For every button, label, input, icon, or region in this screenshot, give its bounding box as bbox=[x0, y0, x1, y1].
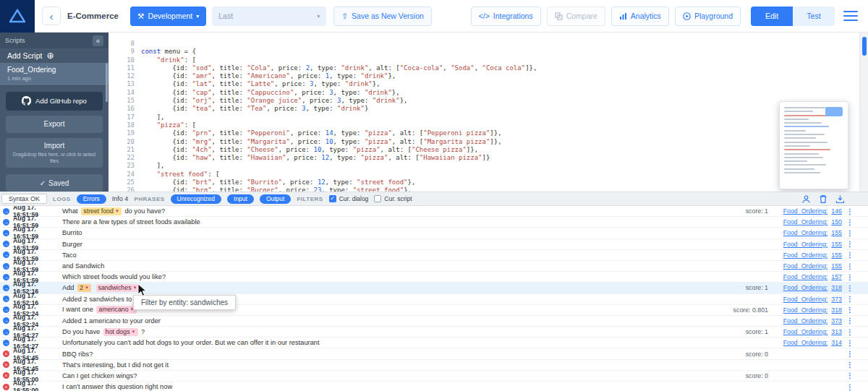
row-menu-icon[interactable]: ⋮ bbox=[842, 306, 858, 314]
script-line-link[interactable]: 150 bbox=[831, 218, 842, 225]
collapse-sidebar-button[interactable]: « bbox=[93, 35, 103, 46]
log-row[interactable]: →Aug 17. 16:51:59and SandwichFood_Orderi… bbox=[0, 261, 868, 272]
log-row[interactable]: ×Aug 17. 16:55:00Can I get chicken wings… bbox=[0, 371, 868, 382]
entity-chip[interactable]: hot dogs▼ bbox=[103, 328, 138, 336]
log-row[interactable]: →Aug 17. 16:52:16Add 2▼ sandwiches▼score… bbox=[0, 283, 868, 293]
cur-dialog-checkbox[interactable]: ✓ Cur. dialog bbox=[329, 195, 369, 202]
script-line-link[interactable]: 155 bbox=[831, 252, 842, 259]
cur-script-checkbox[interactable]: Cur. script bbox=[374, 195, 412, 202]
filter-funnel-icon[interactable]: ▼ bbox=[133, 285, 137, 290]
back-button[interactable]: ‹ bbox=[42, 7, 61, 25]
compare-button[interactable]: Compare bbox=[547, 7, 605, 26]
script-line-link[interactable]: 314 bbox=[831, 339, 842, 346]
integrations-button[interactable]: </> Integrations bbox=[471, 7, 541, 26]
log-row[interactable]: →Aug 17. 16:51:59BurgerFood_Ordering:155… bbox=[0, 239, 868, 250]
row-menu-icon[interactable]: ⋮ bbox=[842, 273, 858, 281]
entity-chip[interactable]: street food▼ bbox=[81, 207, 122, 215]
script-link[interactable]: Food_Ordering: bbox=[783, 306, 828, 314]
script-link[interactable]: Food_Ordering: bbox=[783, 317, 828, 325]
script-line-link[interactable]: 313 bbox=[831, 328, 842, 335]
script-link[interactable]: Food_Ordering: bbox=[783, 252, 828, 259]
clear-logs-trash-icon[interactable] bbox=[819, 194, 827, 204]
log-row[interactable]: →Aug 17. 16:51:59There are a few types o… bbox=[0, 217, 868, 228]
row-menu-icon[interactable]: ⋮ bbox=[842, 284, 858, 292]
info-filter[interactable]: Info 4 bbox=[112, 195, 129, 202]
row-menu-icon[interactable]: ⋮ bbox=[842, 262, 858, 270]
log-row[interactable]: ×Aug 17. 16:54:45BBQ ribs?score: 0⋮ bbox=[0, 348, 868, 359]
row-menu-icon[interactable]: ⋮ bbox=[842, 295, 858, 303]
playground-button[interactable]: Playground bbox=[675, 7, 741, 26]
log-row[interactable]: →Aug 17. 16:51:59Which street foods woul… bbox=[0, 272, 868, 283]
row-menu-icon[interactable]: ⋮ bbox=[842, 207, 858, 215]
filter-funnel-icon[interactable]: ▼ bbox=[115, 209, 119, 213]
script-line-link[interactable]: 157 bbox=[831, 273, 842, 280]
row-menu-icon[interactable]: ⋮ bbox=[842, 339, 858, 347]
script-line-link[interactable]: 155 bbox=[831, 241, 842, 248]
script-link[interactable]: Food_Ordering: bbox=[783, 229, 828, 236]
saved-button[interactable]: ✓ Saved bbox=[6, 174, 103, 192]
script-line-link[interactable]: 373 bbox=[831, 317, 842, 325]
row-menu-icon[interactable]: ⋮ bbox=[842, 251, 858, 259]
entity-chip[interactable]: sandwiches▼ bbox=[96, 284, 140, 292]
test-tab[interactable]: Test bbox=[793, 7, 835, 26]
version-select[interactable]: Last ▾ bbox=[212, 7, 326, 26]
row-menu-icon[interactable]: ⋮ bbox=[842, 361, 858, 369]
unrecognized-filter-pill[interactable]: Unrecognized bbox=[171, 194, 221, 204]
row-menu-icon[interactable]: ⋮ bbox=[842, 383, 858, 391]
script-line-link[interactable]: 146 bbox=[831, 207, 842, 215]
editor-code[interactable]: const menu = { "drink": [ {id: "sod", ti… bbox=[135, 33, 859, 192]
row-menu-icon[interactable]: ⋮ bbox=[842, 240, 858, 248]
add-script-button[interactable]: Add Script ⊕ bbox=[0, 48, 109, 63]
script-link[interactable]: Food_Ordering: bbox=[783, 296, 828, 303]
export-button[interactable]: Export bbox=[6, 116, 103, 133]
row-menu-icon[interactable]: ⋮ bbox=[842, 229, 858, 237]
script-link[interactable]: Food_Ordering: bbox=[783, 207, 828, 215]
editor-minimap[interactable] bbox=[779, 101, 848, 189]
log-row[interactable]: ×Aug 17. 16:55:00I can't answer this que… bbox=[0, 382, 868, 391]
row-menu-icon[interactable]: ⋮ bbox=[842, 350, 858, 358]
row-menu-icon[interactable]: ⋮ bbox=[842, 328, 858, 336]
script-link[interactable]: Food_Ordering: bbox=[783, 273, 828, 280]
script-line-link[interactable]: 155 bbox=[831, 262, 842, 270]
edit-tab[interactable]: Edit bbox=[751, 7, 793, 26]
editor-scrollbar-thumb[interactable] bbox=[862, 37, 867, 56]
download-logs-icon[interactable] bbox=[835, 194, 845, 204]
filter-funnel-icon[interactable]: ▼ bbox=[85, 285, 89, 290]
import-dropzone[interactable]: Import Drag&drop files here, or click to… bbox=[6, 138, 103, 168]
log-row[interactable]: →Aug 17. 16:54:27Do you have hot dogs▼ ?… bbox=[0, 327, 868, 338]
alan-logo[interactable] bbox=[0, 0, 35, 33]
editor-scrollbar-track[interactable] bbox=[859, 33, 868, 192]
script-link[interactable]: Food_Ordering: bbox=[783, 328, 828, 335]
log-row[interactable]: →Aug 17. 16:51:59BurritoFood_Ordering:15… bbox=[0, 228, 868, 239]
script-link[interactable]: Food_Ordering: bbox=[783, 262, 828, 270]
script-line-link[interactable]: 318 bbox=[831, 306, 842, 314]
log-row[interactable]: →Aug 17. 16:51:59What street food▼ do yo… bbox=[0, 206, 868, 217]
log-row[interactable]: →Aug 17. 16:51:59TacoFood_Ordering:155⋮ bbox=[0, 250, 868, 261]
script-link[interactable]: Food_Ordering: bbox=[783, 218, 828, 225]
script-line-link[interactable]: 318 bbox=[831, 284, 842, 291]
add-github-repo-button[interactable]: Add GitHub repo bbox=[6, 92, 103, 111]
log-row[interactable]: →Aug 17. 16:52:16Added 2 sandwiches to y… bbox=[0, 294, 868, 305]
user-logs-icon[interactable] bbox=[801, 194, 811, 204]
script-line-link[interactable]: 373 bbox=[831, 296, 842, 303]
row-menu-icon[interactable]: ⋮ bbox=[842, 218, 858, 226]
log-row[interactable]: →Aug 17. 16:54:27Unfortunately you can't… bbox=[0, 338, 868, 348]
output-filter-pill[interactable]: Output bbox=[260, 194, 292, 204]
script-link[interactable]: Food_Ordering: bbox=[783, 241, 828, 248]
filter-funnel-icon[interactable]: ▼ bbox=[132, 330, 136, 334]
entity-chip[interactable]: 2▼ bbox=[77, 284, 91, 292]
minimap-viewport[interactable] bbox=[825, 107, 843, 116]
menu-icon[interactable] bbox=[843, 8, 858, 24]
log-row[interactable]: →Aug 17. 16:52:24I want one americano▼sc… bbox=[0, 305, 868, 316]
entity-chip[interactable]: americano▼ bbox=[96, 306, 136, 314]
input-filter-pill[interactable]: Input bbox=[227, 194, 254, 204]
sidebar-item-food-ordering[interactable]: Food_Ordering 1 min ago bbox=[0, 63, 109, 86]
environment-button[interactable]: ⚒ Development ▾ bbox=[130, 7, 206, 26]
row-menu-icon[interactable]: ⋮ bbox=[842, 371, 858, 379]
errors-filter-pill[interactable]: Errors bbox=[77, 194, 106, 204]
script-link[interactable]: Food_Ordering: bbox=[783, 339, 828, 346]
code-editor[interactable]: 89101112131415161718192021222324252627 c… bbox=[109, 33, 859, 192]
log-row[interactable]: ×Aug 17. 16:54:45That's interesting, but… bbox=[0, 360, 868, 371]
log-row[interactable]: →Aug 17. 16:52:24Added 1 americano to yo… bbox=[0, 316, 868, 327]
script-link[interactable]: Food_Ordering: bbox=[783, 284, 828, 291]
